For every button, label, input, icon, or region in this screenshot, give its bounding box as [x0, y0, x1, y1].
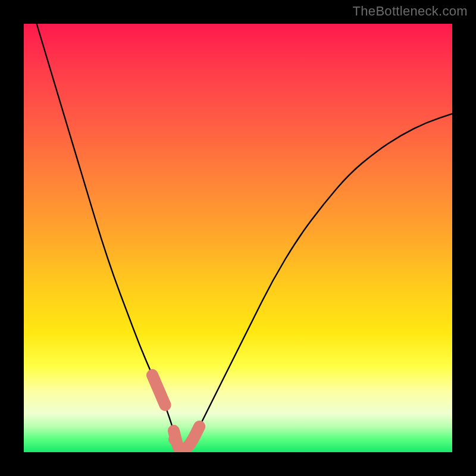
highlight-segment-0: [152, 375, 165, 405]
bottleneck-curve-path: [37, 24, 452, 451]
watermark-label: TheBottleneck.com: [353, 4, 468, 19]
highlight-dot-dip: [168, 434, 179, 444]
bottleneck-curve: [24, 24, 452, 452]
chart-frame: TheBottleneck.com: [0, 0, 476, 476]
plot-area: [24, 24, 452, 452]
